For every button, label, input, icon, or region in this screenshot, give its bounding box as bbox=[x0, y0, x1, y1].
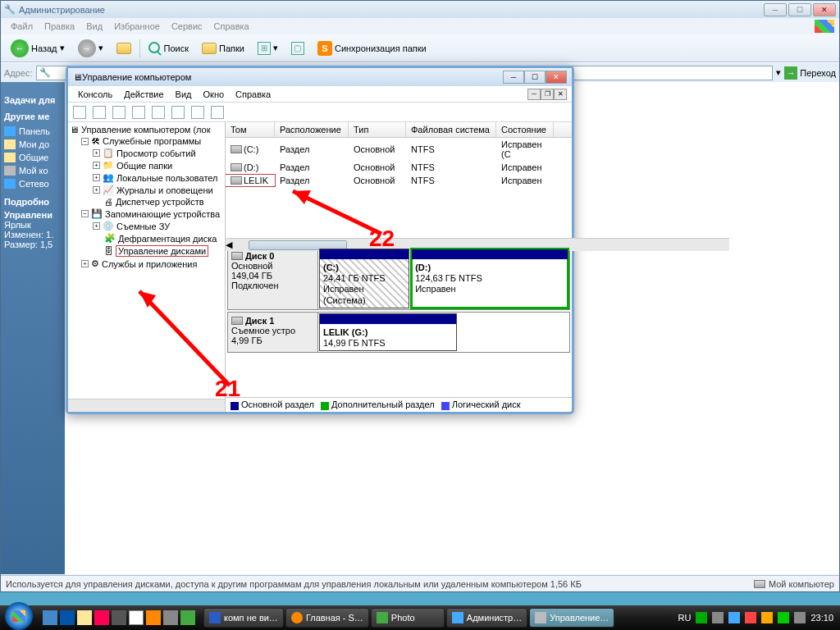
disk-1-header[interactable]: Диск 1 Съемное устро 4,99 ГБ bbox=[228, 313, 318, 352]
mmc-maximize-button[interactable]: ☐ bbox=[524, 71, 546, 84]
opera-icon[interactable] bbox=[94, 610, 109, 625]
tray-icon[interactable] bbox=[745, 612, 756, 623]
minimize-button[interactable]: ─ bbox=[764, 3, 787, 16]
mdi-close-button[interactable]: ✕ bbox=[554, 89, 567, 100]
mmc-menu-help[interactable]: Справка bbox=[231, 88, 276, 101]
mmc-tree[interactable]: 🖥Управление компьютером (лок −🛠Служебные… bbox=[68, 122, 226, 412]
taskbar-item[interactable]: Администр… bbox=[446, 608, 527, 628]
tray-icon[interactable] bbox=[728, 612, 740, 623]
clock[interactable]: 23:10 bbox=[810, 613, 833, 623]
partition-d[interactable]: (D:) 124,63 ГБ NTFS Исправен bbox=[411, 249, 568, 308]
volume-row-d[interactable]: (D:) Раздел Основной NTFS Исправен bbox=[226, 161, 572, 174]
expand-icon[interactable]: + bbox=[81, 260, 89, 267]
volume-list[interactable]: Том Расположение Тип Файловая система Со… bbox=[226, 122, 572, 245]
toolbar-extra-button[interactable]: ▢ bbox=[286, 39, 309, 57]
mmc-menu-console[interactable]: Консоль bbox=[73, 88, 117, 101]
app-icon[interactable] bbox=[163, 610, 178, 625]
mmc-refresh-icon[interactable] bbox=[152, 106, 165, 119]
mmc-close-button[interactable]: ✕ bbox=[546, 71, 567, 84]
taskbar-item[interactable]: комп не ви… bbox=[203, 608, 284, 628]
folders-button[interactable]: Папки bbox=[197, 40, 249, 57]
tree-hscrollbar[interactable] bbox=[68, 399, 226, 412]
tree-local-users[interactable]: +👥Локальные пользовател bbox=[70, 171, 223, 184]
tree-device-manager[interactable]: 🖨Диспетчер устройств bbox=[70, 196, 223, 208]
volume-hscrollbar[interactable]: ◀ bbox=[226, 238, 572, 245]
lang-indicator[interactable]: RU bbox=[678, 613, 692, 623]
expand-icon[interactable]: + bbox=[93, 174, 100, 181]
tree-removable-storage[interactable]: +💿Съемные ЗУ bbox=[70, 220, 223, 232]
go-button[interactable]: → Переход bbox=[784, 66, 836, 80]
mmc-menu-view[interactable]: Вид bbox=[171, 88, 197, 101]
volume-icon[interactable] bbox=[794, 612, 806, 623]
mmc-props-icon[interactable] bbox=[132, 106, 145, 119]
ie-icon[interactable] bbox=[60, 610, 75, 625]
tray-icon[interactable] bbox=[761, 612, 773, 623]
tree-storage[interactable]: −💾Запоминающие устройства bbox=[70, 208, 223, 220]
views-button[interactable]: ⊞▾ bbox=[253, 39, 283, 57]
tree-disk-management[interactable]: 🗄Управление дисками bbox=[70, 244, 223, 258]
taskbar-item[interactable]: Photo bbox=[371, 608, 445, 628]
mmc-up-icon[interactable] bbox=[112, 106, 126, 119]
sync-button[interactable]: S Синхронизация папки bbox=[313, 39, 431, 58]
tree-root[interactable]: 🖥Управление компьютером (лок bbox=[70, 124, 223, 135]
expand-icon[interactable]: + bbox=[93, 222, 100, 230]
volume-row-lelik[interactable]: LELIK Раздел Основной NTFS Исправен bbox=[226, 174, 572, 187]
menu-help[interactable]: Справка bbox=[209, 20, 254, 33]
system-tray[interactable]: RU 23:10 bbox=[672, 612, 840, 623]
mmc-extra-icon[interactable] bbox=[211, 106, 224, 119]
mmc-export-icon[interactable] bbox=[171, 106, 185, 119]
volume-row-c[interactable]: (C:) Раздел Основной NTFS Исправен (С bbox=[226, 138, 572, 161]
tree-performance[interactable]: +📈Журналы и оповещени bbox=[70, 184, 223, 196]
disk-1-row[interactable]: Диск 1 Съемное устро 4,99 ГБ LELIK (G:) … bbox=[227, 312, 570, 353]
firefox-icon[interactable] bbox=[146, 610, 161, 625]
tree-event-viewer[interactable]: +📋Просмотр событий bbox=[70, 147, 223, 159]
menu-tools[interactable]: Сервис bbox=[167, 20, 208, 33]
expand-icon[interactable]: + bbox=[93, 186, 100, 194]
show-desktop-icon[interactable] bbox=[43, 610, 57, 625]
address-dropdown[interactable]: ▾ bbox=[776, 67, 781, 78]
titlebar[interactable]: 🔧 Администрирование ─ ☐ ✕ bbox=[1, 1, 839, 18]
tree-shared-folders[interactable]: +📁Общие папки bbox=[70, 159, 223, 171]
mmc-minimize-button[interactable]: ─ bbox=[503, 71, 524, 84]
menu-edit[interactable]: Правка bbox=[39, 20, 80, 33]
mdi-restore-button[interactable]: ❐ bbox=[541, 89, 554, 100]
mmc-menu-action[interactable]: Действие bbox=[119, 88, 168, 101]
disk-graphical-view[interactable]: Диск 0 Основной 149,04 ГБ Подключен (C:)… bbox=[226, 245, 572, 397]
mmc-titlebar[interactable]: 🖥 Управление компьютером ─ ☐ ✕ bbox=[68, 68, 572, 86]
tray-icon[interactable] bbox=[696, 612, 707, 623]
mmc-help-icon[interactable] bbox=[191, 106, 204, 119]
start-button[interactable] bbox=[5, 602, 33, 630]
tree-services[interactable]: +⚙Службы и приложения bbox=[70, 258, 223, 270]
expand-icon[interactable]: + bbox=[93, 149, 100, 157]
maximize-button[interactable]: ☐ bbox=[788, 3, 811, 16]
tree-defrag[interactable]: 🧩Дефрагментация диска bbox=[70, 232, 223, 244]
sidebar-item-control-panel[interactable]: Панель bbox=[4, 125, 62, 138]
collapse-icon[interactable]: − bbox=[81, 210, 89, 217]
taskbar[interactable]: комп не ви… Главная - S… Photo Администр… bbox=[0, 605, 840, 630]
menu-file[interactable]: Файл bbox=[6, 20, 38, 33]
sidebar-item-my-documents[interactable]: Мои до bbox=[4, 138, 62, 151]
mmc-menu-window[interactable]: Окно bbox=[199, 88, 230, 101]
menu-favorites[interactable]: Избранное bbox=[109, 20, 165, 33]
explorer-icon[interactable] bbox=[77, 610, 92, 625]
tray-icon[interactable] bbox=[778, 612, 789, 623]
back-button[interactable]: ← Назад ▾ bbox=[6, 37, 70, 60]
close-button[interactable]: ✕ bbox=[813, 3, 836, 16]
up-button[interactable] bbox=[112, 40, 136, 57]
menu-view[interactable]: Вид bbox=[81, 20, 107, 33]
tree-system-tools[interactable]: −🛠Служебные программы bbox=[70, 135, 223, 147]
taskbar-item[interactable]: Главная - S… bbox=[285, 608, 369, 628]
search-button[interactable]: Поиск bbox=[144, 39, 194, 57]
collapse-icon[interactable]: − bbox=[81, 138, 89, 145]
app-icon[interactable] bbox=[180, 610, 195, 625]
sidebar-item-network[interactable]: Сетево bbox=[4, 177, 62, 190]
taskbar-item[interactable]: Управление… bbox=[529, 608, 614, 628]
volume-header[interactable]: Том Расположение Тип Файловая система Со… bbox=[226, 122, 572, 138]
app-icon[interactable] bbox=[129, 610, 144, 625]
partition-lelik[interactable]: LELIK (G:) 14,99 ГБ NTFS bbox=[319, 313, 457, 351]
mdi-minimize-button[interactable]: ─ bbox=[527, 89, 541, 100]
mmc-back-icon[interactable] bbox=[73, 106, 86, 119]
disk-0-header[interactable]: Диск 0 Основной 149,04 ГБ Подключен bbox=[228, 248, 318, 309]
forward-button[interactable]: → ▾ bbox=[73, 37, 108, 60]
tray-icon[interactable] bbox=[712, 612, 724, 623]
